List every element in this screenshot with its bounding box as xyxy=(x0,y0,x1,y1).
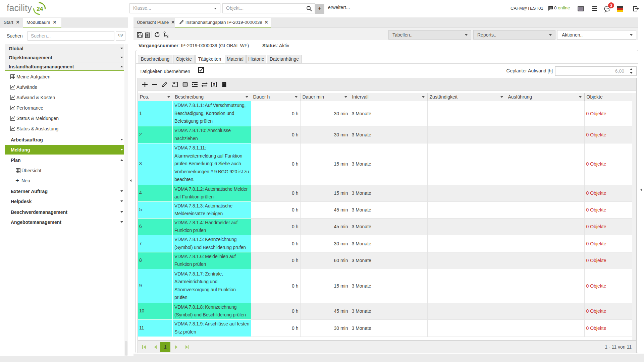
svg-text:facility: facility xyxy=(7,3,32,13)
svg-text:24: 24 xyxy=(37,6,43,12)
svg-text:X: X xyxy=(213,82,215,87)
